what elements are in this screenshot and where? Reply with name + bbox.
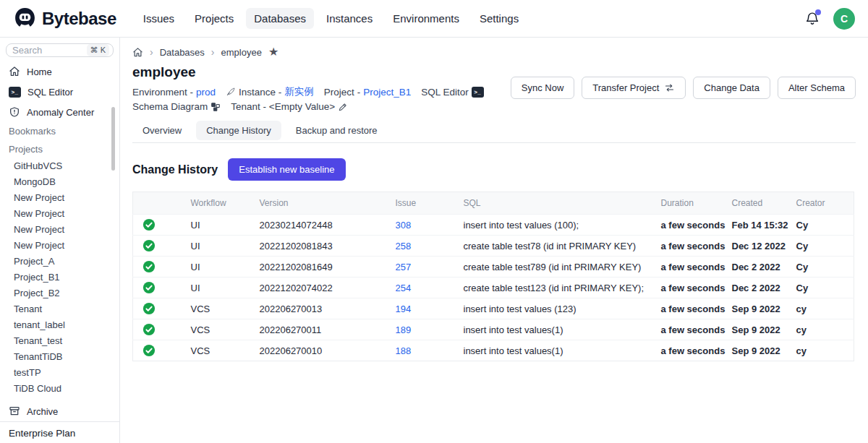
table-row[interactable]: UI20221202074022254create table test123 … (133, 278, 854, 298)
col-workflow: Workflow (185, 192, 254, 215)
database-actions: Sync Now Transfer Project Change Data Al… (511, 77, 856, 99)
sync-now-button[interactable]: Sync Now (511, 77, 575, 99)
sidebar-project-project-b2[interactable]: Project_B2 (0, 285, 119, 301)
cell-sql: create table test78 (id int PRIMARY KEY) (458, 236, 655, 257)
cell-duration: a few seconds (655, 298, 726, 319)
cell-version: 20221202081649 (254, 257, 390, 278)
establish-baseline-button[interactable]: Establish new baseline (228, 158, 345, 181)
tenant-label: Tenant - <Empty Value> (231, 101, 335, 112)
table-row[interactable]: VCS202206270010188insert into test value… (133, 340, 854, 361)
issue-link[interactable]: 258 (396, 241, 412, 251)
bytebase-logo-icon (13, 7, 37, 30)
schema-diagram-shortcut[interactable]: Schema Diagram (132, 101, 221, 112)
breadcrumb-home-icon[interactable] (132, 47, 143, 58)
sidebar-project-tenant[interactable]: Tenant (0, 301, 119, 317)
terminal-icon: >_ (9, 87, 21, 98)
cell-creator: Cy (791, 257, 854, 278)
search-box[interactable]: ⌘ K (6, 43, 114, 57)
sidebar-project-tenant-test[interactable]: Tenant_test (0, 333, 119, 349)
success-check-icon (142, 281, 179, 294)
main-content: › Databases › employee ★ employee Enviro… (120, 38, 868, 443)
table-row[interactable]: UI20230214072448308insert into test valu… (133, 215, 854, 236)
tab-overview[interactable]: Overview (132, 121, 192, 140)
cell-creator: cy (791, 298, 854, 319)
breadcrumb-employee[interactable]: employee (221, 47, 262, 58)
sidebar-item-home[interactable]: Home (0, 61, 119, 82)
sidebar-project-mongodb[interactable]: MongoDB (0, 174, 119, 190)
issue-link[interactable]: 257 (396, 262, 412, 272)
issue-link[interactable]: 189 (396, 324, 412, 335)
cell-version: 202206270013 (254, 298, 390, 319)
sql-editor-label: SQL Editor (421, 87, 469, 98)
cell-sql: create table test123 (id int PRIMARY KEY… (458, 278, 655, 298)
sidebar-item-sql-editor[interactable]: >_ SQL Editor (0, 82, 119, 102)
sidebar-project-githubvcs[interactable]: GitHubVCS (0, 158, 119, 174)
cell-duration: a few seconds (655, 340, 726, 361)
user-avatar[interactable]: C (833, 8, 855, 30)
nav-item-instances[interactable]: Instances (318, 8, 380, 29)
tab-change-history[interactable]: Change History (196, 121, 281, 140)
notifications-bell-icon[interactable] (804, 11, 820, 27)
cell-version: 202206270011 (254, 319, 390, 340)
sidebar-project-tidb-cloud[interactable]: TiDB Cloud (0, 381, 119, 397)
change-data-button[interactable]: Change Data (693, 77, 770, 99)
environment-link[interactable]: prod (196, 87, 216, 98)
success-check-icon (142, 323, 179, 336)
cell-sql: insert into test values(1) (458, 319, 655, 340)
nav-item-environments[interactable]: Environments (385, 8, 467, 29)
search-input[interactable] (12, 45, 72, 56)
cell-created: Sep 9 2022 (726, 340, 791, 361)
sidebar-item-label: Anomaly Center (27, 107, 94, 118)
sidebar-project-project-a[interactable]: Project_A (0, 254, 119, 270)
bytebase-logo[interactable]: Bytebase (13, 7, 116, 30)
issue-link[interactable]: 254 (396, 283, 412, 293)
breadcrumb: › Databases › employee ★ (132, 46, 856, 58)
col-sql: SQL (458, 192, 655, 215)
sidebar-project-new-project-2[interactable]: New Project (0, 206, 119, 222)
sidebar-project-tenant-label[interactable]: tenant_label (0, 317, 119, 333)
sidebar-item-anomaly-center[interactable]: Anomaly Center (0, 102, 119, 122)
alter-schema-button[interactable]: Alter Schema (778, 77, 856, 99)
nav-item-issues[interactable]: Issues (135, 8, 182, 29)
issue-link[interactable]: 308 (396, 220, 412, 231)
issue-link[interactable]: 188 (396, 345, 412, 356)
sidebar-project-new-project-1[interactable]: New Project (0, 190, 119, 206)
table-row[interactable]: VCS202206270011189insert into test value… (133, 319, 854, 340)
nav-item-settings[interactable]: Settings (472, 8, 527, 29)
col-duration: Duration (655, 192, 726, 215)
sidebar-item-label: SQL Editor (27, 87, 73, 98)
table-row[interactable]: UI20221202081843258create table test78 (… (133, 236, 854, 257)
sidebar-scrollbar[interactable] (111, 107, 115, 171)
cell-sql: insert into test values (100); (458, 215, 655, 236)
nav-item-projects[interactable]: Projects (187, 8, 242, 29)
sidebar-item-archive[interactable]: Archive (0, 401, 119, 421)
sidebar-project-project-b1[interactable]: Project_B1 (0, 270, 119, 285)
cell-creator: cy (791, 319, 854, 340)
col-created: Created (726, 192, 791, 215)
sidebar-project-new-project-4[interactable]: New Project (0, 238, 119, 254)
cell-created: Sep 9 2022 (726, 298, 791, 319)
schema-diagram-label: Schema Diagram (132, 101, 208, 112)
transfer-project-button[interactable]: Transfer Project (582, 77, 686, 99)
bookmark-star-icon[interactable]: ★ (268, 46, 278, 58)
table-row[interactable]: UI20221202081649257create table test789 … (133, 257, 854, 278)
sidebar-item-label: Archive (27, 406, 58, 417)
tab-backup-and-restore[interactable]: Backup and restore (286, 121, 388, 140)
breadcrumb-databases[interactable]: Databases (160, 47, 205, 58)
cell-workflow: UI (185, 236, 254, 257)
database-meta: Environment - prod Instance - 新实例 Projec… (132, 85, 552, 112)
col-status (133, 192, 185, 215)
sql-editor-shortcut[interactable]: SQL Editor >_ (421, 87, 484, 98)
instance-link[interactable]: 新实例 (284, 85, 314, 98)
table-row[interactable]: VCS202206270013194insert into test value… (133, 298, 854, 319)
success-check-icon (142, 302, 179, 315)
edit-pencil-icon[interactable] (338, 102, 348, 112)
section-title: Change History (132, 163, 218, 176)
nav-item-databases[interactable]: Databases (246, 8, 314, 29)
issue-link[interactable]: 194 (396, 304, 412, 314)
top-navbar: Bytebase Issues Projects Databases Insta… (0, 0, 868, 38)
project-link[interactable]: Project_B1 (363, 87, 411, 98)
sidebar-project-new-project-3[interactable]: New Project (0, 222, 119, 238)
sidebar-project-testtp[interactable]: testTP (0, 365, 119, 381)
sidebar-project-tenanttidb[interactable]: TenantTiDB (0, 349, 119, 365)
